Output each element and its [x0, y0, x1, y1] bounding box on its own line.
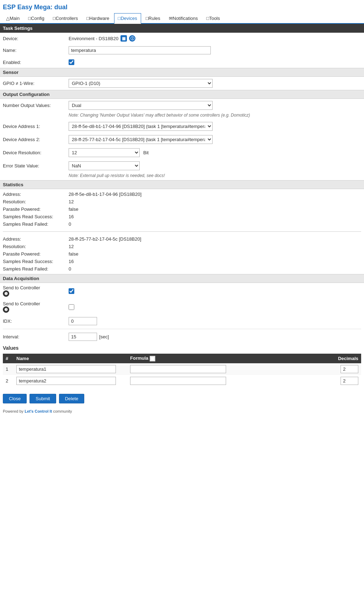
name-field-2[interactable] — [16, 377, 116, 385]
device-value: Environment - DS18B20 — [69, 36, 118, 41]
stats-addr2-row: Address: 28-ff-25-77-b2-17-04-5c [DS18B2… — [0, 235, 364, 243]
page-title: ESP Easy Mega: dual — [0, 0, 364, 13]
stats-block2: Address: 28-ff-25-77-b2-17-04-5c [DS18B2… — [0, 234, 364, 274]
controller1-label: Send to Controller ❶ — [3, 285, 69, 297]
nav-notifications[interactable]: ✉Notifications — [165, 13, 202, 23]
nav-config[interactable]: □Config — [24, 13, 48, 23]
gpio-label: GPIO ≠ 1-Wire: — [3, 81, 69, 86]
enabled-label: Enabled: — [3, 60, 69, 65]
gpio-select[interactable]: GPIO-1 (D10) GPIO-2 — [69, 79, 213, 88]
enabled-row: Enabled: — [0, 57, 364, 68]
idx-control — [69, 317, 361, 325]
stats-res1-label: Resolution: — [3, 199, 69, 204]
nav-tools[interactable]: □Tools — [203, 13, 224, 23]
col-formula: Formula ▦ — [127, 354, 234, 363]
values-header-row: # Name Formula ▦ Decimals — [3, 354, 361, 363]
gpio-row: GPIO ≠ 1-Wire: GPIO-1 (D10) GPIO-2 — [0, 77, 364, 90]
num-output-select[interactable]: Dual Single Triple Quad — [69, 101, 213, 110]
controller1-checkbox[interactable] — [69, 288, 74, 294]
data-acquisition-header: Data Acquisition — [0, 274, 364, 283]
device-copy-icon[interactable]: ▦ — [121, 35, 127, 42]
idx-input[interactable] — [69, 317, 97, 325]
device-res-select[interactable]: 12 9 10 11 — [69, 148, 140, 157]
name-label: Name: — [3, 48, 69, 53]
controller2-label: Send to Controller ❷ — [3, 301, 69, 313]
device-addr2-select[interactable]: 28-ff-25-77-b2-17-04-5c [DS18B20] (task … — [69, 135, 213, 144]
nav-controllers[interactable]: □Controllers — [49, 13, 82, 23]
stats-success1-value: 16 — [69, 214, 74, 219]
decimals-field-2[interactable] — [341, 377, 358, 385]
error-state-row: Error State Value: NaN 0 -1 — [0, 159, 364, 172]
gpio-control: GPIO-1 (D10) GPIO-2 — [69, 79, 361, 88]
stats-failed2-label: Samples Read Failed: — [3, 266, 69, 272]
enabled-checkbox[interactable] — [69, 59, 74, 65]
stats-addr1-value: 28-ff-5e-d8-b1-17-04-96 [DS18B20] — [69, 192, 141, 197]
name-control — [69, 46, 361, 54]
footer-link[interactable]: Let's Control It — [25, 409, 52, 413]
stats-success2-label: Samples Read Success: — [3, 259, 69, 264]
stats-res2-value: 12 — [69, 244, 74, 249]
stats-failed2-row: Samples Read Failed: 0 — [0, 265, 364, 273]
stats-parasite2-value: false — [69, 251, 78, 257]
controller2-num-icon: ❷ — [3, 306, 9, 313]
stats-failed1-label: Samples Read Failed: — [3, 221, 69, 227]
delete-button[interactable]: Delete — [59, 394, 85, 403]
name-row: Name: — [0, 44, 364, 57]
stats-res1-row: Resolution: 12 — [0, 198, 364, 205]
stats-failed1-value: 0 — [69, 221, 71, 227]
sensor-header: Sensor — [0, 68, 364, 77]
device-control: Environment - DS18B20 ▦ ⓘ — [69, 35, 361, 42]
stats-res2-row: Resolution: 12 — [0, 243, 364, 250]
formula-copy-icon[interactable]: ▦ — [150, 356, 155, 361]
name-input[interactable] — [69, 46, 211, 54]
controller2-control — [69, 304, 361, 310]
stats-parasite2-label: Parasite Powered: — [3, 251, 69, 257]
decimals-field-1[interactable] — [341, 365, 358, 373]
device-res-row: Device Resolution: 12 9 10 11 Bit — [0, 146, 364, 159]
main-nav: △Main □Config □Controllers □Hardware □De… — [0, 13, 364, 24]
nav-rules[interactable]: □Rules — [142, 13, 164, 23]
table-row: 2 — [3, 375, 361, 387]
row-decimals — [234, 375, 361, 387]
idx-label: IDX: — [3, 318, 69, 324]
idx-row: IDX: — [0, 315, 364, 327]
stats-divider — [3, 231, 361, 232]
stats-success1-label: Samples Read Success: — [3, 214, 69, 219]
controller2-checkbox[interactable] — [69, 304, 74, 310]
output-note: Note: Changing 'Number Output Values' ma… — [0, 112, 364, 120]
formula-field-2[interactable] — [130, 377, 226, 385]
footer-suffix: community — [52, 409, 72, 413]
device-info-icon[interactable]: ⓘ — [129, 35, 135, 42]
stats-addr1-row: Address: 28-ff-5e-d8-b1-17-04-96 [DS18B2… — [0, 191, 364, 198]
acquisition-divider — [3, 329, 361, 329]
error-state-select[interactable]: NaN 0 -1 — [69, 161, 140, 170]
submit-button[interactable]: Submit — [30, 394, 56, 403]
error-state-label: Error State Value: — [3, 163, 69, 168]
stats-failed2-value: 0 — [69, 266, 71, 272]
close-button[interactable]: Close — [3, 394, 27, 403]
controller2-row: Send to Controller ❷ — [0, 299, 364, 315]
enabled-control — [69, 59, 361, 65]
device-addr2-row: Device Address 2: 28-ff-25-77-b2-17-04-5… — [0, 133, 364, 146]
device-row: Device: Environment - DS18B20 ▦ ⓘ — [0, 33, 364, 44]
formula-field-1[interactable] — [130, 365, 226, 373]
stats-success1-row: Samples Read Success: 16 — [0, 213, 364, 220]
nav-main[interactable]: △Main — [2, 13, 23, 23]
stats-res1-value: 12 — [69, 199, 74, 204]
name-field-1[interactable] — [16, 365, 116, 373]
interval-input[interactable] — [69, 333, 97, 341]
row-num: 2 — [3, 375, 14, 387]
stats-block1: Address: 28-ff-5e-d8-b1-17-04-96 [DS18B2… — [0, 189, 364, 229]
stats-failed1-row: Samples Read Failed: 0 — [0, 220, 364, 228]
nav-devices[interactable]: □Devices — [114, 13, 141, 24]
stats-success2-value: 16 — [69, 259, 74, 264]
nav-hardware[interactable]: □Hardware — [82, 13, 113, 23]
device-res-label: Device Resolution: — [3, 150, 69, 155]
stats-addr2-label: Address: — [3, 236, 69, 242]
device-addr1-select[interactable]: 28-ff-5e-d8-b1-17-04-96 [DS18B20] (task … — [69, 122, 213, 131]
stats-parasite1-value: false — [69, 207, 78, 212]
col-name: Name — [14, 354, 127, 363]
stats-parasite1-label: Parasite Powered: — [3, 207, 69, 212]
stats-parasite2-row: Parasite Powered: false — [0, 250, 364, 258]
interval-row: Interval: [sec] — [0, 331, 364, 343]
